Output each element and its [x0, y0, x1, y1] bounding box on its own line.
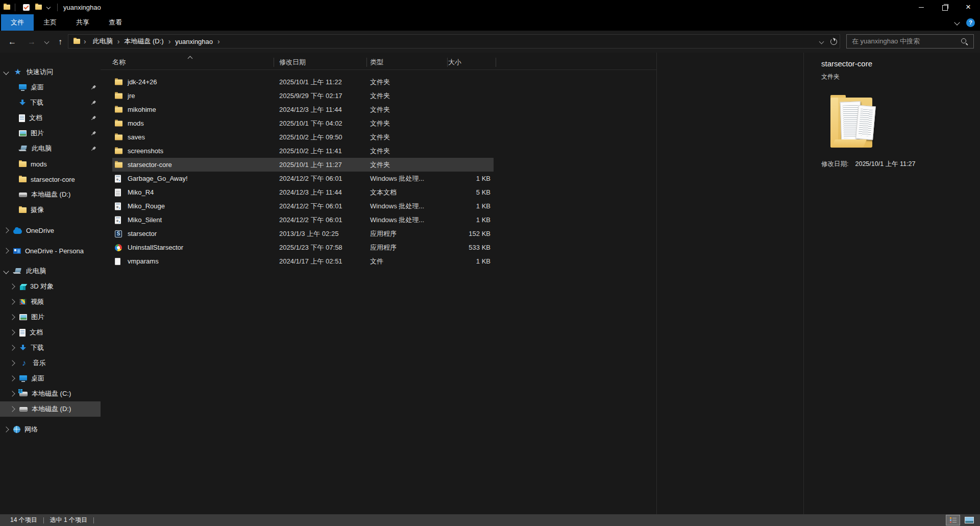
chevron-right-icon[interactable]: [3, 248, 9, 253]
search-icon[interactable]: [961, 38, 968, 45]
file-row[interactable]: mikohime2024/12/3 上午 11:44文件夹: [112, 103, 494, 116]
sidebar-item[interactable]: OneDrive - Persona: [0, 243, 101, 258]
sidebar-item[interactable]: 3D 对象: [0, 279, 101, 294]
chevron-right-icon[interactable]: [9, 360, 15, 366]
folder-icon: [115, 162, 122, 168]
chevron-down-icon: [46, 5, 51, 9]
file-row[interactable]: Garbage_Go_Away!2024/12/2 下午 06:01Window…: [112, 172, 494, 185]
chevron-right-icon[interactable]: [9, 283, 15, 289]
file-row[interactable]: UninstallStarsector2025/1/23 下午 07:58应用程…: [112, 241, 494, 254]
file-name: jdk-24+26: [128, 75, 157, 89]
sidebar-item[interactable]: 音乐: [0, 355, 101, 371]
sidebar-item[interactable]: 桌面: [0, 371, 101, 386]
file-name: starsector-core: [128, 158, 172, 172]
column-header-type[interactable]: 类型: [370, 55, 383, 69]
chevron-right-icon[interactable]: [3, 227, 9, 233]
chevron-right-icon[interactable]: [9, 345, 15, 350]
column-header-date-modified[interactable]: 修改日期: [279, 55, 306, 69]
close-button[interactable]: [957, 0, 980, 14]
address-dropdown-button[interactable]: [815, 35, 827, 48]
sidebar-item[interactable]: 网络: [0, 422, 101, 437]
tab-share[interactable]: 共享: [66, 14, 99, 31]
large-icons-view-icon: [965, 517, 974, 523]
breadcrumb-item[interactable]: 本地磁盘 (D:): [123, 37, 164, 46]
sidebar-item[interactable]: starsector-core: [0, 172, 101, 187]
sidebar-item-label: 桌面: [31, 83, 44, 92]
sidebar-item[interactable]: 此电脑: [0, 264, 101, 279]
forward-button[interactable]: [23, 31, 40, 53]
sidebar-item[interactable]: 图片: [0, 126, 101, 141]
tab-file[interactable]: 文件: [1, 14, 34, 31]
large-icons-view-button[interactable]: [963, 515, 976, 525]
sidebar-item[interactable]: 图片: [0, 309, 101, 325]
breadcrumb-separator-icon[interactable]: [217, 37, 220, 45]
file-row[interactable]: jdk-24+262025/10/1 上午 11:22文件夹: [112, 75, 494, 89]
expand-ribbon-chevron-icon[interactable]: [954, 19, 960, 25]
chevron-right-icon[interactable]: [9, 406, 15, 412]
sidebar-item[interactable]: 快速访问: [0, 64, 101, 80]
address-bar[interactable]: 此电脑本地磁盘 (D:)yuanxinghao: [68, 34, 840, 49]
column-divider[interactable]: [274, 58, 274, 67]
chevron-right-icon[interactable]: [9, 391, 15, 396]
sidebar-item[interactable]: 本地磁盘 (D:): [0, 401, 101, 417]
chevron-down-icon[interactable]: [3, 268, 9, 274]
column-header-size[interactable]: 大小: [448, 55, 461, 69]
sidebar-item[interactable]: 桌面: [0, 80, 101, 95]
back-button[interactable]: [4, 31, 20, 53]
breadcrumb-item[interactable]: 此电脑: [92, 37, 114, 46]
breadcrumb-item[interactable]: yuanxinghao: [174, 38, 214, 45]
help-button[interactable]: [966, 18, 975, 27]
file-row[interactable]: starsector-core2025/10/1 上午 11:27文件夹: [112, 158, 494, 172]
file-row[interactable]: screenshots2025/10/2 上午 11:41文件夹: [112, 144, 494, 158]
breadcrumb-separator-icon[interactable]: [117, 37, 120, 45]
column-divider[interactable]: [496, 58, 496, 67]
chevron-right-icon[interactable]: [3, 426, 9, 432]
file-row[interactable]: Miko_R42024/12/3 上午 11:44文本文档5 KB: [112, 185, 494, 199]
chevron-right-icon[interactable]: [9, 314, 15, 320]
sidebar-item[interactable]: 视频: [0, 294, 101, 309]
sidebar-item[interactable]: OneDrive: [0, 223, 101, 238]
details-view-button[interactable]: [946, 515, 960, 525]
file-row[interactable]: vmparams2024/1/17 上午 02:51文件1 KB: [112, 254, 494, 268]
minimize-button[interactable]: [910, 0, 933, 14]
file-row[interactable]: starsector2013/1/3 上午 02:25应用程序152 KB: [112, 227, 494, 241]
chevron-right-icon[interactable]: [9, 329, 15, 335]
column-header-name[interactable]: 名称: [112, 55, 126, 69]
file-row[interactable]: Miko_Silent2024/12/2 下午 06:01Windows 批处理…: [112, 213, 494, 227]
sidebar-item[interactable]: 文档: [0, 110, 101, 126]
file-name: Miko_Silent: [128, 213, 162, 227]
quick-access-new-folder-button[interactable]: [32, 1, 44, 13]
file-row[interactable]: saves2025/10/2 上午 09:50文件夹: [112, 130, 494, 144]
refresh-button[interactable]: [827, 35, 840, 48]
music-icon: [19, 359, 29, 367]
recent-locations-button[interactable]: [42, 31, 51, 53]
breadcrumb-separator-icon[interactable]: [168, 37, 171, 45]
search-box[interactable]: 在 yuanxinghao 中搜索: [846, 34, 974, 49]
sidebar-item[interactable]: 此电脑: [0, 141, 101, 156]
file-size: 1 KB: [476, 172, 491, 185]
chevron-right-icon[interactable]: [9, 375, 15, 381]
file-row[interactable]: jre2025/9/29 下午 02:17文件夹: [112, 89, 494, 103]
sidebar-item[interactable]: 本地磁盘 (C:): [0, 386, 101, 401]
chevron-right-icon[interactable]: [9, 299, 15, 304]
sidebar-item[interactable]: 本地磁盘 (D:): [0, 187, 101, 202]
column-divider[interactable]: [366, 58, 367, 67]
tab-home[interactable]: 主页: [34, 14, 66, 31]
sidebar-item[interactable]: 下载: [0, 340, 101, 355]
file-row[interactable]: mods2025/10/1 下午 04:02文件夹: [112, 116, 494, 130]
tab-view[interactable]: 查看: [99, 14, 132, 31]
pin-icon: [89, 129, 97, 137]
file-date-modified: 2025/9/29 下午 02:17: [279, 89, 342, 103]
search-input[interactable]: 在 yuanxinghao 中搜索: [852, 37, 961, 46]
sidebar-item[interactable]: 下载: [0, 95, 101, 110]
quick-access-properties-button[interactable]: [20, 1, 32, 13]
restore-button[interactable]: [933, 0, 957, 14]
up-button[interactable]: [52, 31, 68, 53]
sidebar-item[interactable]: mods: [0, 156, 101, 172]
sidebar-item[interactable]: 文档: [0, 325, 101, 340]
column-divider[interactable]: [447, 58, 448, 67]
customize-quick-access-toolbar-button[interactable]: [44, 1, 53, 13]
chevron-down-icon[interactable]: [3, 69, 9, 75]
sidebar-item[interactable]: 摄像: [0, 202, 101, 218]
file-row[interactable]: Miko_Rouge2024/12/2 下午 06:01Windows 批处理.…: [112, 199, 494, 213]
